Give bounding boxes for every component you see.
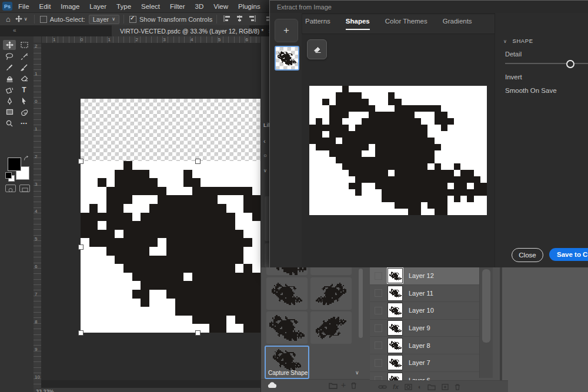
marquee-tool[interactable] (18, 40, 31, 50)
shape-tool[interactable] (3, 107, 16, 117)
dialog-title-bar[interactable]: Extract from Image (270, 0, 588, 14)
transform-handle-top-center[interactable] (195, 159, 201, 164)
chevron-down-icon[interactable]: ∨ (355, 370, 359, 376)
visibility-toggle[interactable] (375, 307, 382, 314)
layer-thumbnail[interactable] (387, 320, 403, 336)
link-layers-icon[interactable] (378, 384, 387, 390)
visibility-toggle[interactable] (375, 341, 382, 349)
align-right-icon[interactable] (248, 15, 256, 23)
layer-thumbnail[interactable] (387, 286, 403, 301)
layer-name[interactable]: Layer 11 (409, 290, 433, 297)
eraser-tool[interactable] (18, 73, 31, 83)
lasso-tool[interactable] (3, 51, 16, 61)
menu-item[interactable]: Plugins (238, 3, 260, 10)
add-item-icon[interactable]: + (341, 380, 346, 390)
dialog-tab[interactable]: Gradients (443, 18, 472, 30)
menu-item[interactable]: 3D (195, 3, 204, 10)
library-item-capture-shape-11[interactable]: Capture Shape 11 (265, 346, 309, 379)
gradient-tool[interactable] (3, 85, 16, 95)
move-tool[interactable] (3, 40, 16, 50)
back-icon[interactable]: ‹ (263, 138, 266, 145)
new-group-icon[interactable] (329, 382, 338, 389)
layer-thumbnail[interactable] (387, 268, 403, 283)
menu-item[interactable]: Image (61, 3, 79, 10)
library-item[interactable] (266, 311, 308, 344)
eyedropper-tool[interactable] (3, 62, 16, 72)
quick-mask-icon[interactable] (5, 185, 16, 192)
menu-item[interactable]: Layer (89, 3, 106, 10)
visibility-toggle[interactable] (375, 324, 382, 332)
chevron-down-icon[interactable]: ∨ (263, 168, 267, 173)
transform-handle-bottom-left[interactable] (78, 330, 83, 336)
home-icon[interactable]: ⌂ (6, 15, 11, 24)
pen-tool[interactable] (3, 96, 16, 106)
layer-thumbnail[interactable] (387, 338, 403, 353)
hand-tool[interactable] (18, 107, 31, 117)
zoom-tool[interactable] (3, 118, 16, 128)
cloud-sync-icon[interactable] (268, 382, 277, 388)
library-item-partial[interactable] (266, 267, 308, 275)
smooth-on-save-label[interactable]: Smooth On Save (505, 87, 557, 94)
menu-item[interactable]: Edit (39, 3, 51, 10)
new-folder-icon[interactable] (427, 384, 436, 390)
transform-handle-bottom-center[interactable] (195, 330, 201, 336)
screen-mode-icon[interactable] (19, 185, 30, 192)
edit-toolbar-icon[interactable]: ••• (18, 118, 31, 128)
layer-row[interactable]: Layer 7 (370, 354, 479, 372)
layer-name[interactable]: Layer 12 (409, 272, 434, 279)
horizontal-scrollbar[interactable] (41, 380, 260, 388)
default-colors-icon[interactable] (5, 172, 12, 179)
menu-item[interactable]: File (18, 3, 29, 10)
layer-row[interactable]: Layer 10 (370, 302, 479, 320)
foreground-color-swatch[interactable] (8, 158, 21, 171)
menu-item[interactable]: Select (141, 3, 160, 10)
menu-item[interactable]: Filter (170, 3, 185, 10)
layers-scrollbar[interactable] (479, 267, 493, 378)
layer-name[interactable]: Layer 7 (409, 359, 430, 366)
chevron-down-icon[interactable]: ∨ (24, 16, 28, 22)
trash-icon[interactable] (350, 382, 357, 389)
library-item-partial[interactable] (310, 267, 352, 275)
visibility-toggle[interactable] (375, 272, 382, 280)
transform-handle-mid-left[interactable] (78, 244, 83, 250)
object-selection-tool[interactable] (18, 51, 31, 61)
adjustment-layer-icon[interactable]: ◐ (418, 383, 422, 390)
visibility-toggle[interactable] (375, 359, 382, 367)
refine-eraser-button[interactable] (307, 39, 327, 59)
invert-label[interactable]: Invert (505, 73, 522, 81)
dialog-tab[interactable]: Patterns (305, 18, 330, 30)
menu-item[interactable]: Type (116, 3, 131, 10)
detail-slider[interactable] (505, 63, 588, 64)
type-tool[interactable]: T (18, 85, 31, 95)
show-transform-checkbox[interactable] (129, 16, 136, 23)
canvas-pasteboard[interactable] (41, 43, 260, 380)
layer-thumbnail[interactable] (387, 303, 403, 318)
direct-selection-tool[interactable] (18, 96, 31, 106)
shape-preview[interactable] (309, 86, 487, 215)
layer-name[interactable]: Layer 8 (409, 342, 430, 349)
menu-item[interactable]: View (213, 3, 228, 10)
layer-name[interactable]: Layer 9 (409, 324, 430, 331)
delete-layer-icon[interactable] (455, 384, 460, 390)
layer-row[interactable]: Layer 11 (370, 285, 479, 303)
brush-tool[interactable] (18, 62, 31, 72)
document-canvas[interactable] (81, 99, 260, 333)
new-layer-icon[interactable] (442, 384, 449, 390)
transform-handle-top-left[interactable] (78, 159, 83, 164)
collapse-panels-icon[interactable]: « (13, 27, 16, 33)
auto-select-checkbox[interactable] (40, 16, 47, 23)
libraries-scrollbar[interactable] (358, 269, 363, 363)
swap-colors-icon[interactable] (24, 154, 30, 165)
save-to-cc-lib-button[interactable]: Save to CC Lib (549, 248, 588, 261)
search-icon[interactable]: ○ (263, 152, 267, 159)
align-center-h-icon[interactable] (236, 15, 243, 23)
library-item[interactable] (310, 277, 352, 310)
close-button[interactable]: Close (512, 248, 543, 262)
clone-stamp-tool[interactable] (3, 73, 16, 83)
dialog-tab[interactable]: Color Themes (385, 18, 427, 30)
detail-slider-knob[interactable] (566, 60, 574, 68)
layer-name[interactable]: Layer 10 (409, 307, 434, 314)
align-left-icon[interactable] (223, 15, 231, 23)
dialog-tab[interactable]: Shapes (346, 18, 370, 30)
layer-row[interactable]: Layer 9 (370, 320, 479, 337)
